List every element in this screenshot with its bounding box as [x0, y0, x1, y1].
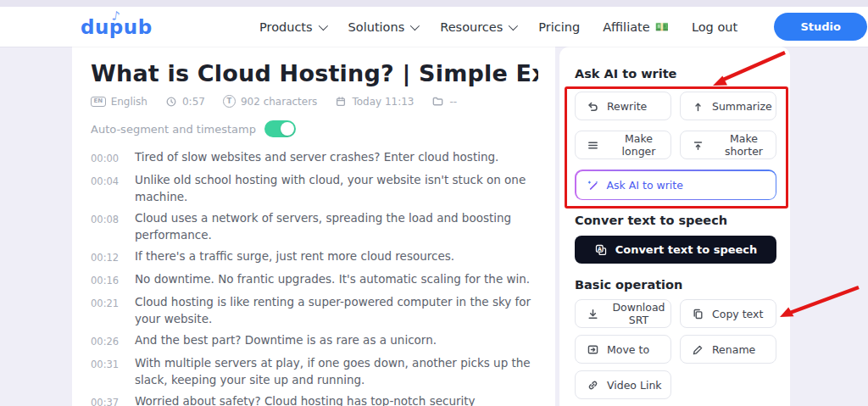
- transcript-row[interactable]: 00:26 And the best part? Downtime is as …: [91, 331, 538, 350]
- segment-text[interactable]: Unlike old school hosting with cloud, yo…: [135, 171, 531, 205]
- auto-segment-label: Auto-segment and timestamp: [91, 123, 256, 136]
- transcript-list: 00:00 Tired of slow websites and server …: [91, 148, 538, 406]
- move-to-button[interactable]: Move to: [575, 335, 671, 364]
- segment-text[interactable]: If there's a traffic surge, just rent mo…: [135, 247, 454, 266]
- segment-text[interactable]: Tired of slow websites and server crashe…: [135, 148, 498, 167]
- make-shorter-button[interactable]: Make shorter: [680, 131, 776, 159]
- tts-heading: Conver text to speech: [575, 214, 776, 227]
- segment-timestamp: 00:16: [91, 270, 121, 289]
- move-to-folder-icon: [587, 343, 599, 356]
- top-navbar: dupub ♪ Products Solutions Resources Pri…: [0, 7, 868, 47]
- convert-text-to-speech-button[interactable]: A Convert text to speech: [575, 236, 776, 264]
- nav-item-resources[interactable]: Resources: [440, 20, 515, 34]
- nav-item-products[interactable]: Products: [259, 20, 326, 34]
- shrink-text-icon: [692, 139, 704, 152]
- segment-timestamp: 00:26: [91, 331, 121, 350]
- basic-operation-heading: Basic operation: [575, 278, 776, 292]
- segment-text[interactable]: With multiple servers at play, if one go…: [135, 354, 531, 388]
- meta-duration: 0:57: [165, 96, 205, 108]
- make-longer-label: Make longer: [607, 132, 670, 158]
- chevron-down-icon: [509, 20, 518, 30]
- nav-item-label: Solutions: [348, 20, 405, 34]
- segment-text[interactable]: And the best part? Downtime is as rare a…: [135, 331, 437, 350]
- meta-characters-label: 902 characters: [241, 96, 317, 108]
- copy-icon: [692, 308, 704, 320]
- download-srt-button[interactable]: Download SRT: [575, 299, 671, 328]
- rewrite-button[interactable]: Rewrite: [575, 92, 671, 120]
- transcript-row[interactable]: 00:37 Worried about safety? Cloud hostin…: [91, 392, 538, 406]
- dupub-logo[interactable]: dupub ♪: [81, 16, 153, 38]
- meta-date-label: Today 11:13: [352, 96, 414, 108]
- auto-segment-toggle[interactable]: [264, 120, 296, 137]
- summarize-button[interactable]: Summarize: [680, 92, 776, 120]
- document-meta-row: EN English 0:57 T 902 characters Today 1…: [91, 95, 538, 108]
- nav-item-label: Log out: [692, 20, 737, 34]
- ai-buttons-grid: Rewrite Summarize Make longer Make short…: [575, 92, 776, 159]
- nav-item-affiliate[interactable]: Affiliate 💵: [603, 20, 669, 34]
- ask-ai-heading: Ask AI to write: [575, 67, 776, 81]
- nav-item-label: Pricing: [538, 20, 580, 34]
- video-link-button[interactable]: Video Link: [575, 370, 671, 399]
- calendar-icon: [335, 96, 347, 108]
- download-srt-label: Download SRT: [607, 301, 670, 326]
- transcript-row[interactable]: 00:16 No downtime. No frantic upgrades. …: [91, 270, 538, 289]
- translate-speech-icon: A: [594, 243, 608, 257]
- segment-text[interactable]: Cloud hosting is like renting a super-po…: [135, 293, 531, 327]
- segment-timestamp: 00:31: [91, 354, 121, 388]
- chevron-down-icon: [410, 20, 420, 30]
- rename-button[interactable]: Rename: [680, 335, 776, 364]
- folder-icon: [431, 95, 444, 108]
- nav-item-logout[interactable]: Log out: [692, 20, 737, 34]
- transcript-row[interactable]: 00:31 With multiple servers at play, if …: [91, 354, 538, 388]
- transcript-editor-card: What is Cloud Hosting? | Simple Expla… E…: [72, 47, 555, 406]
- make-shorter-label: Make shorter: [712, 132, 776, 158]
- segment-timestamp: 00:04: [91, 171, 121, 205]
- nav-item-label: Resources: [440, 20, 503, 34]
- segment-timestamp: 00:00: [91, 148, 121, 167]
- segment-text[interactable]: Cloud uses a network of servers, spreadi…: [135, 209, 531, 243]
- segment-timestamp: 00:37: [91, 392, 121, 406]
- magic-wand-icon: [587, 179, 599, 192]
- nav-item-label: Products: [259, 20, 313, 34]
- transcript-row[interactable]: 00:04 Unlike old school hosting with clo…: [91, 171, 538, 205]
- meta-duration-label: 0:57: [182, 96, 205, 108]
- download-icon: [587, 308, 599, 320]
- undo-icon: [587, 100, 599, 113]
- text-lines-icon: [587, 139, 599, 152]
- segment-text[interactable]: Worried about safety? Cloud hosting has …: [135, 392, 531, 406]
- studio-button[interactable]: Studio: [774, 13, 867, 41]
- segment-text[interactable]: No downtime. No frantic upgrades. It's a…: [135, 270, 530, 289]
- summarize-icon: [692, 100, 704, 113]
- basic-buttons-grid: Download SRT Copy text Move to Rename Vi…: [575, 299, 776, 399]
- svg-text:A: A: [598, 245, 602, 251]
- rename-label: Rename: [712, 343, 755, 356]
- meta-folder[interactable]: --: [431, 95, 457, 108]
- copy-text-button[interactable]: Copy text: [680, 299, 776, 328]
- meta-language-label: English: [111, 96, 147, 108]
- segment-timestamp: 00:21: [91, 293, 121, 327]
- annotation-arrow-copy-text: [780, 287, 859, 317]
- clock-icon: [165, 96, 177, 108]
- character-count-icon: T: [223, 95, 236, 108]
- segment-timestamp: 00:12: [91, 247, 121, 266]
- page-top-strip: [0, 0, 868, 7]
- transcript-row[interactable]: 00:12 If there's a traffic surge, just r…: [91, 247, 538, 266]
- auto-segment-row: Auto-segment and timestamp: [91, 120, 538, 137]
- page-title[interactable]: What is Cloud Hosting? | Simple Expla…: [91, 60, 538, 86]
- make-longer-button[interactable]: Make longer: [575, 131, 671, 159]
- meta-folder-label: --: [449, 96, 457, 108]
- chevron-down-icon: [318, 20, 327, 30]
- convert-text-to-speech-label: Convert text to speech: [615, 243, 758, 256]
- summarize-label: Summarize: [712, 100, 772, 113]
- transcript-row[interactable]: 00:00 Tired of slow websites and server …: [91, 148, 538, 167]
- rewrite-label: Rewrite: [607, 100, 647, 113]
- ask-ai-to-write-button[interactable]: Ask AI to write: [576, 171, 776, 199]
- transcript-row[interactable]: 00:21 Cloud hosting is like renting a su…: [91, 293, 538, 327]
- ask-ai-button-border: Ask AI to write: [575, 170, 776, 200]
- nav-item-solutions[interactable]: Solutions: [348, 20, 418, 34]
- ask-ai-to-write-label: Ask AI to write: [607, 179, 683, 192]
- money-banknote-icon: 💵: [655, 20, 669, 33]
- transcript-row[interactable]: 00:08 Cloud uses a network of servers, s…: [91, 209, 538, 243]
- move-to-label: Move to: [607, 343, 649, 356]
- nav-item-pricing[interactable]: Pricing: [538, 20, 580, 34]
